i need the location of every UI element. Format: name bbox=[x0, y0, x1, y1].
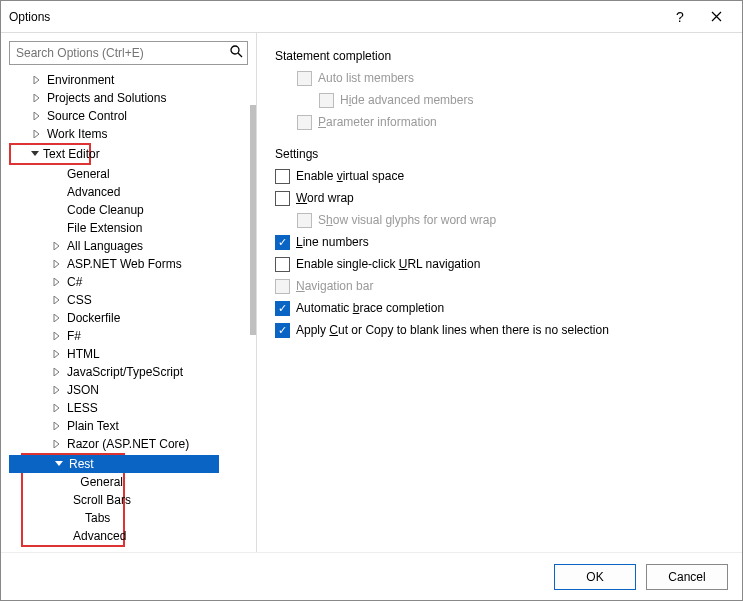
chevron-right-icon bbox=[51, 420, 63, 432]
checkbox-icon[interactable] bbox=[275, 191, 290, 206]
chevron-right-icon bbox=[51, 384, 63, 396]
chevron-right-icon bbox=[31, 110, 43, 122]
chevron-right-icon bbox=[51, 366, 63, 378]
checkbox-icon[interactable] bbox=[275, 235, 290, 250]
tree-item-css[interactable]: CSS bbox=[7, 291, 250, 309]
chevron-down-icon bbox=[31, 148, 39, 160]
tree-item-razor[interactable]: Razor (ASP.NET Core) bbox=[7, 435, 250, 453]
tree-item-work-items[interactable]: Work Items bbox=[7, 125, 250, 143]
tree-item-environment[interactable]: Environment bbox=[7, 71, 250, 89]
checkbox-icon[interactable] bbox=[275, 301, 290, 316]
checkbox-auto-list: Auto list members bbox=[275, 67, 724, 89]
chevron-right-icon bbox=[51, 240, 63, 252]
checkbox-navigation-bar: Navigation bar bbox=[275, 275, 724, 297]
tree-item-plain-text[interactable]: Plain Text bbox=[7, 417, 250, 435]
search-box[interactable] bbox=[9, 41, 248, 65]
options-dialog: Options ? Environment bbox=[0, 0, 743, 601]
window-title: Options bbox=[9, 10, 662, 24]
search-input[interactable] bbox=[10, 42, 225, 64]
checkbox-icon[interactable] bbox=[275, 169, 290, 184]
checkbox-icon bbox=[319, 93, 334, 108]
highlight-text-editor: Text Editor bbox=[9, 143, 91, 165]
checkbox-icon bbox=[297, 71, 312, 86]
tree-item-json[interactable]: JSON bbox=[7, 381, 250, 399]
dialog-body: Environment Projects and Solutions Sourc… bbox=[1, 33, 742, 552]
tree-item-asp-forms[interactable]: ASP.NET Web Forms bbox=[7, 255, 250, 273]
tree-item-all-languages[interactable]: All Languages bbox=[7, 237, 250, 255]
ok-button[interactable]: OK bbox=[554, 564, 636, 590]
tree-item-csharp[interactable]: C# bbox=[7, 273, 250, 291]
tree-item-rest-advanced[interactable]: Advanced bbox=[23, 527, 123, 545]
checkbox-word-wrap[interactable]: Word wrap bbox=[275, 187, 724, 209]
tree-item-te-general[interactable]: General bbox=[7, 165, 250, 183]
highlight-rest: Rest General Scroll Bars Tabs Advanced bbox=[21, 453, 125, 547]
tree-item-rest-scroll[interactable]: Scroll Bars bbox=[23, 491, 123, 509]
chevron-right-icon bbox=[31, 74, 43, 86]
tree-item-te-advanced[interactable]: Advanced bbox=[7, 183, 250, 201]
section-statement-completion: Statement completion bbox=[275, 49, 724, 63]
close-icon bbox=[711, 11, 722, 22]
tree-item-rest[interactable]: Rest bbox=[9, 455, 219, 473]
checkbox-line-numbers[interactable]: Line numbers bbox=[275, 231, 724, 253]
tree-item-text-editor[interactable]: Text Editor bbox=[11, 145, 89, 163]
checkbox-single-click-url[interactable]: Enable single-click URL navigation bbox=[275, 253, 724, 275]
tree-item-source-control[interactable]: Source Control bbox=[7, 107, 250, 125]
checkbox-icon[interactable] bbox=[275, 257, 290, 272]
chevron-right-icon bbox=[51, 348, 63, 360]
tree-item-te-file-ext[interactable]: File Extension bbox=[7, 219, 250, 237]
scrollbar-thumb[interactable] bbox=[250, 105, 256, 335]
tree-item-fsharp[interactable]: F# bbox=[7, 327, 250, 345]
chevron-right-icon bbox=[31, 92, 43, 104]
titlebar: Options ? bbox=[1, 1, 742, 33]
chevron-right-icon bbox=[51, 330, 63, 342]
checkbox-brace-completion[interactable]: Automatic brace completion bbox=[275, 297, 724, 319]
search-icon[interactable] bbox=[225, 45, 247, 61]
checkbox-icon bbox=[275, 279, 290, 294]
tree-item-te-code-cleanup[interactable]: Code Cleanup bbox=[7, 201, 250, 219]
chevron-right-icon bbox=[51, 258, 63, 270]
help-button[interactable]: ? bbox=[662, 1, 698, 33]
tree-item-rest-general[interactable]: General bbox=[23, 473, 123, 491]
chevron-right-icon bbox=[51, 438, 63, 450]
tree-item-jsts[interactable]: JavaScript/TypeScript bbox=[7, 363, 250, 381]
chevron-down-icon bbox=[53, 458, 65, 470]
chevron-right-icon bbox=[51, 312, 63, 324]
settings-panel: Statement completion Auto list members H… bbox=[257, 33, 742, 552]
checkbox-cut-copy-blank[interactable]: Apply Cut or Copy to blank lines when th… bbox=[275, 319, 724, 341]
checkbox-icon bbox=[297, 115, 312, 130]
chevron-right-icon bbox=[31, 128, 43, 140]
checkbox-icon bbox=[297, 213, 312, 228]
left-pane: Environment Projects and Solutions Sourc… bbox=[1, 33, 257, 552]
checkbox-parameter-info: Parameter information bbox=[275, 111, 724, 133]
dialog-footer: OK Cancel bbox=[1, 552, 742, 600]
tree-item-projects[interactable]: Projects and Solutions bbox=[7, 89, 250, 107]
checkbox-visual-glyphs: Show visual glyphs for word wrap bbox=[275, 209, 724, 231]
options-tree[interactable]: Environment Projects and Solutions Sourc… bbox=[1, 69, 256, 552]
chevron-right-icon bbox=[51, 294, 63, 306]
chevron-right-icon bbox=[51, 276, 63, 288]
tree-item-html[interactable]: HTML bbox=[7, 345, 250, 363]
svg-line-1 bbox=[238, 53, 242, 57]
tree-item-dockerfile[interactable]: Dockerfile bbox=[7, 309, 250, 327]
section-settings: Settings bbox=[275, 147, 724, 161]
svg-point-0 bbox=[231, 46, 239, 54]
chevron-right-icon bbox=[51, 402, 63, 414]
checkbox-hide-advanced: Hide advanced members bbox=[275, 89, 724, 111]
checkbox-virtual-space[interactable]: Enable virtual space bbox=[275, 165, 724, 187]
cancel-button[interactable]: Cancel bbox=[646, 564, 728, 590]
tree-item-less[interactable]: LESS bbox=[7, 399, 250, 417]
checkbox-icon[interactable] bbox=[275, 323, 290, 338]
tree-item-rest-tabs[interactable]: Tabs bbox=[23, 509, 123, 527]
close-button[interactable] bbox=[698, 1, 734, 33]
